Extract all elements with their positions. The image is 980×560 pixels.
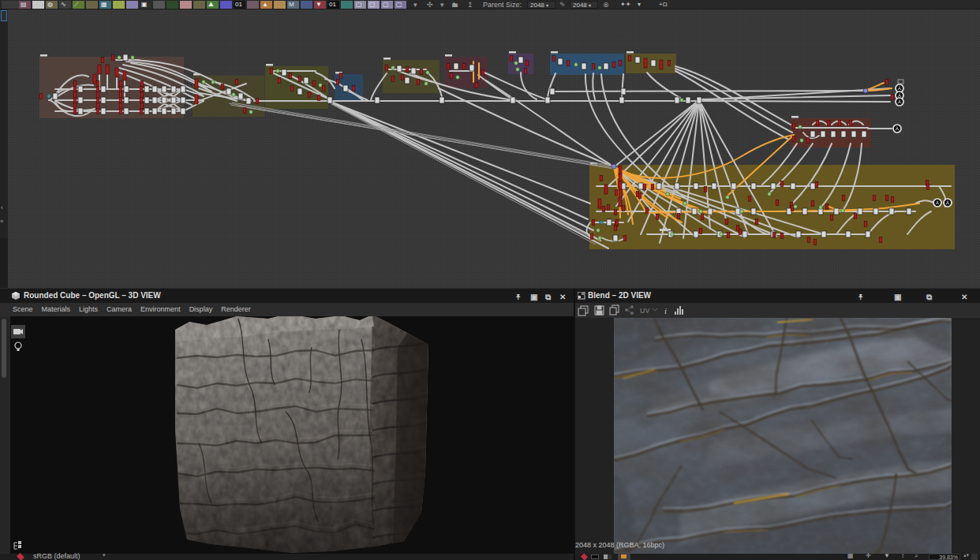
svg-text:2048 x 2048 (RGBA, 16bpc): 2048 x 2048 (RGBA, 16bpc) xyxy=(575,541,664,549)
svg-text:i: i xyxy=(664,306,667,315)
svg-text:UV: UV xyxy=(640,307,650,315)
